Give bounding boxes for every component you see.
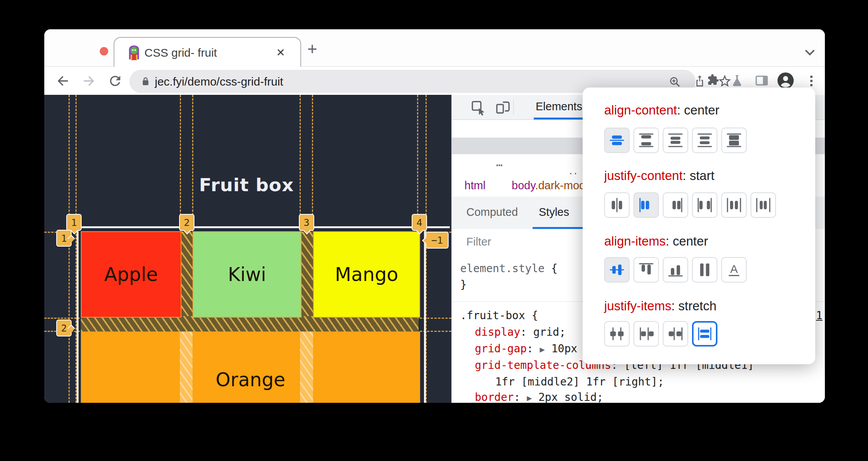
- justify-content-space-evenly-icon: [755, 197, 772, 214]
- justify-content-start-button[interactable]: [633, 192, 659, 218]
- align-content-space-evenly-button[interactable]: [692, 128, 717, 153]
- css-grid-gap-line[interactable]: grid-gap: ▶ 10px: [475, 342, 577, 355]
- align-content-center-button[interactable]: [604, 128, 630, 153]
- align-items-start-icon: [638, 261, 655, 278]
- align-items-center-icon: [608, 261, 625, 278]
- back-icon[interactable]: [55, 73, 70, 89]
- justify-items-stretch-icon: [696, 325, 713, 342]
- justify-items-center-button[interactable]: [604, 321, 630, 347]
- tab-computed[interactable]: Computed: [466, 206, 518, 219]
- tab-elements[interactable]: Elements: [536, 100, 582, 113]
- align-content-space-evenly-icon: [696, 132, 713, 149]
- align-items-center-button[interactable]: [604, 257, 630, 283]
- close-window-button[interactable]: [100, 47, 108, 56]
- tab-search-chevron-icon[interactable]: [802, 45, 818, 60]
- grid-line-badge: 4: [412, 214, 427, 231]
- breadcrumb-body[interactable]: body: [512, 179, 535, 192]
- justify-content-center-button[interactable]: [604, 192, 630, 218]
- stylesheet-source-link[interactable]: 1: [816, 309, 823, 322]
- justify-items-label: justify-items: stretch: [604, 299, 717, 313]
- align-content-space-between-button[interactable]: [633, 128, 659, 153]
- tab-close-icon[interactable]: ✕: [276, 46, 285, 59]
- tab-title: CSS grid- fruit: [144, 46, 217, 59]
- browser-tab[interactable]: CSS grid- fruit ✕: [114, 37, 301, 67]
- flask-icon[interactable]: [730, 73, 744, 88]
- justify-content-start-icon: [638, 197, 655, 214]
- grid-item-label: Mango: [335, 264, 398, 286]
- justify-content-space-evenly-button[interactable]: [751, 192, 776, 218]
- expand-arrow-icon: ▶: [540, 345, 545, 354]
- lock-icon: [139, 75, 152, 87]
- grid-item-kiwi: Kiwi: [193, 231, 302, 318]
- align-items-start-button[interactable]: [633, 257, 659, 283]
- browser-menu-dots-icon[interactable]: [804, 73, 819, 89]
- grid-line-badge: −1: [426, 232, 449, 249]
- justify-items-end-icon: [667, 325, 684, 342]
- grid-gap-hatch: [300, 231, 313, 316]
- justify-items-start-button[interactable]: [633, 321, 659, 347]
- extensions-puzzle-icon[interactable]: [705, 73, 720, 88]
- share-icon[interactable]: [693, 74, 706, 87]
- new-tab-button[interactable]: +: [307, 43, 317, 55]
- align-content-center-icon: [608, 132, 625, 149]
- grid-dashed-line: [69, 95, 70, 403]
- reload-icon[interactable]: [107, 73, 123, 89]
- align-content-label: align-content: center: [604, 103, 719, 118]
- grid-item-label: Apple: [104, 264, 158, 286]
- element-style-rule[interactable]: element.style {: [460, 262, 558, 275]
- grid-gap-hatch: [81, 316, 419, 331]
- grid-item-label: Orange: [216, 369, 285, 391]
- browser-window: CSS grid- fruit ✕ + jec.fyi/demo/css-gri…: [44, 29, 825, 403]
- toolbar-divider: [513, 99, 514, 115]
- align-items-end-button[interactable]: [663, 257, 688, 283]
- grid-item-orange: Orange: [81, 331, 420, 403]
- align-content-space-around-button[interactable]: [663, 128, 688, 153]
- justify-content-space-around-button[interactable]: [721, 192, 747, 218]
- grid-line-badge: 1: [66, 214, 82, 231]
- grid-dashed-line: [44, 318, 80, 319]
- align-items-baseline-icon: A: [726, 261, 742, 278]
- align-items-label: align-items: center: [604, 234, 708, 249]
- grid-gap-overlay: [300, 331, 313, 403]
- grid-item-apple: Apple: [81, 231, 181, 318]
- css-border-line[interactable]: border: ▶ 2px solid;: [475, 391, 603, 403]
- grid-item-label: Kiwi: [228, 264, 266, 286]
- fruit-box-selector[interactable]: .fruit-box {: [460, 309, 538, 322]
- align-items-stretch-icon: [696, 261, 713, 278]
- bookmark-star-icon[interactable]: [718, 74, 731, 87]
- screenshot-canvas: CSS grid- fruit ✕ + jec.fyi/demo/css-gri…: [0, 0, 868, 461]
- justify-content-space-between-button[interactable]: [692, 192, 717, 218]
- profile-avatar[interactable]: [777, 72, 794, 89]
- align-items-stretch-button[interactable]: [692, 257, 717, 283]
- breadcrumb-body-class[interactable]: .dark-mod: [535, 179, 586, 192]
- toggle-device-toolbar-icon[interactable]: [495, 99, 511, 116]
- css-display-line[interactable]: display: grid;: [475, 326, 566, 338]
- grid-line-badge: 1: [56, 230, 72, 247]
- url-text: jec.fyi/demo/css-grid-fruit: [155, 75, 283, 88]
- tab-styles[interactable]: Styles: [539, 206, 569, 219]
- element-style-close: }: [460, 278, 467, 291]
- justify-items-start-icon: [638, 325, 655, 342]
- side-panel-icon[interactable]: [754, 73, 769, 88]
- expand-arrow-icon: ▶: [527, 393, 532, 403]
- align-content-stretch-icon: [726, 132, 742, 149]
- grid-editor-popup: align-content: center justify-content: s…: [583, 87, 815, 364]
- grid-gap-hatch: [180, 231, 193, 316]
- justify-items-stretch-button[interactable]: [692, 321, 717, 347]
- zoom-icon[interactable]: [668, 75, 681, 88]
- justify-items-end-button[interactable]: [663, 321, 688, 347]
- justify-content-label: justify-content: start: [604, 168, 714, 183]
- grid-gap-overlay: [180, 331, 193, 403]
- justify-content-center-icon: [608, 197, 625, 214]
- inspect-element-icon[interactable]: [470, 99, 486, 116]
- filter-placeholder: Filter: [452, 236, 491, 248]
- grid-line-badge: 2: [56, 320, 72, 336]
- align-items-baseline-button[interactable]: A: [721, 257, 747, 283]
- grid-line-top: [75, 226, 450, 228]
- align-content-stretch-button[interactable]: [721, 128, 747, 153]
- grid-line-badge: 2: [179, 214, 194, 231]
- justify-content-end-button[interactable]: [663, 192, 688, 218]
- forward-icon[interactable]: [81, 73, 97, 89]
- page-viewport: Fruit box Apple Kiwi M: [44, 95, 451, 403]
- breadcrumb-html[interactable]: html: [452, 179, 486, 192]
